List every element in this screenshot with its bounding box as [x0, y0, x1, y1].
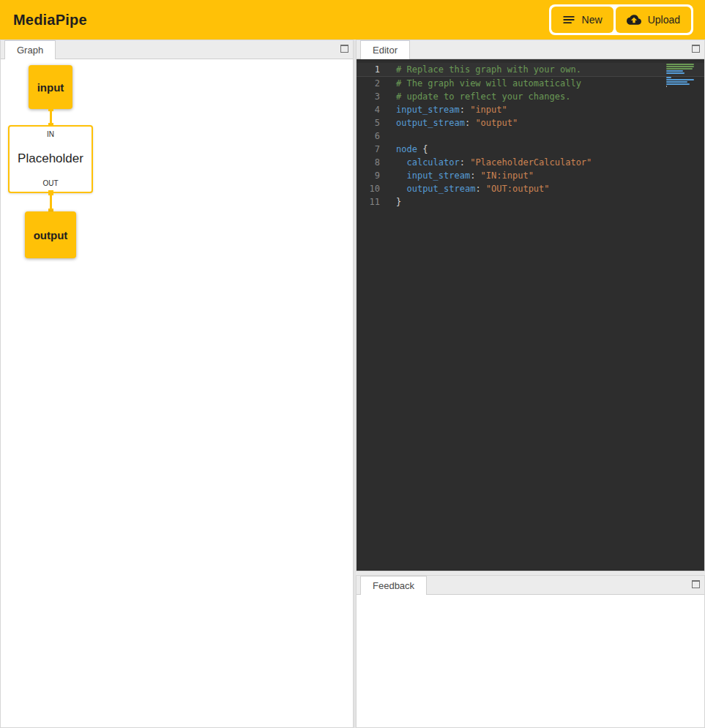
code-text: node { — [386, 143, 428, 156]
code-line[interactable]: 4input_stream: "input" — [357, 103, 704, 116]
main-area: Graph input IN Placeholder OUT — [0, 40, 705, 728]
feedback-maximize-icon[interactable] — [692, 580, 700, 588]
feedback-content — [357, 595, 704, 727]
graph-canvas[interactable]: input IN Placeholder OUT — [1, 59, 353, 727]
code-line[interactable]: 3# update to reflect your changes. — [357, 90, 704, 103]
code-text: output_stream: "OUT:output" — [386, 182, 550, 195]
edge-wire — [50, 111, 52, 123]
code-line[interactable]: 11} — [357, 195, 704, 209]
graph-node-output[interactable]: output — [25, 211, 76, 258]
line-number: 5 — [357, 116, 386, 130]
app-header: MediaPipe New Upload — [0, 0, 705, 40]
code-text — [386, 130, 396, 143]
graph-node-input-label: input — [37, 81, 64, 94]
line-number: 2 — [357, 77, 386, 90]
editor-code: 1# Replace this graph with your own.2# T… — [357, 63, 704, 209]
line-number: 9 — [357, 169, 386, 182]
line-number: 10 — [357, 182, 386, 195]
code-text: output_stream: "output" — [386, 116, 518, 130]
code-text: } — [386, 195, 401, 209]
graph-tabbar: Graph — [1, 40, 353, 59]
code-line[interactable]: 1# Replace this graph with your own. — [357, 63, 704, 77]
code-line[interactable]: 7node { — [357, 143, 704, 156]
graph-edge-placeholder-output — [48, 190, 53, 214]
line-number: 11 — [357, 195, 386, 209]
graph-maximize-icon[interactable] — [340, 45, 348, 53]
line-number: 7 — [357, 143, 386, 156]
header-actions: New Upload — [549, 4, 693, 35]
placeholder-out-port: OUT — [42, 179, 58, 187]
editor-maximize-icon[interactable] — [692, 45, 700, 53]
code-line[interactable]: 2# The graph view will automatically — [357, 77, 704, 90]
feedback-tabbar: Feedback — [357, 576, 704, 595]
upload-button-label: Upload — [648, 14, 680, 26]
code-line[interactable]: 8 calculator: "PlaceholderCalculator" — [357, 156, 704, 169]
graph-node-placeholder[interactable]: IN Placeholder OUT — [8, 125, 93, 193]
placeholder-in-port: IN — [47, 130, 54, 138]
code-text: # The graph view will automatically — [386, 77, 581, 90]
editor-tabbar: Editor — [357, 40, 704, 59]
graph-node-input[interactable]: input — [29, 65, 72, 109]
code-text: # update to reflect your changes. — [386, 90, 570, 103]
tab-graph[interactable]: Graph — [4, 40, 56, 59]
code-text: input_stream: "IN:input" — [386, 169, 534, 182]
right-column: Editor 1# Replace this graph with your o… — [356, 40, 705, 728]
menu-icon — [562, 13, 575, 26]
code-text: # Replace this graph with your own. — [386, 63, 581, 76]
tab-editor[interactable]: Editor — [360, 40, 410, 59]
code-line[interactable]: 9 input_stream: "IN:input" — [357, 169, 704, 182]
graph-panel: Graph input IN Placeholder OUT — [0, 40, 354, 728]
tab-feedback[interactable]: Feedback — [360, 576, 427, 595]
line-number: 1 — [357, 63, 386, 76]
edge-port-dot — [48, 106, 53, 111]
new-button[interactable]: New — [551, 7, 613, 33]
edge-port-dot — [48, 190, 53, 195]
graph-node-output-label: output — [34, 229, 68, 241]
code-line[interactable]: 5output_stream: "output" — [357, 116, 704, 130]
edge-wire — [50, 195, 52, 209]
code-line[interactable]: 10 output_stream: "OUT:output" — [357, 182, 704, 195]
line-number: 8 — [357, 156, 386, 169]
code-line[interactable]: 6 — [357, 130, 704, 143]
code-text: input_stream: "input" — [386, 103, 507, 116]
app-title: MediaPipe — [13, 12, 87, 29]
feedback-panel: Feedback — [356, 575, 705, 728]
line-number: 3 — [357, 90, 386, 103]
editor-panel: Editor 1# Replace this graph with your o… — [356, 40, 705, 571]
code-text: calculator: "PlaceholderCalculator" — [386, 156, 592, 169]
line-number: 4 — [357, 103, 386, 116]
upload-button[interactable]: Upload — [616, 7, 691, 33]
cloud-upload-icon — [627, 12, 641, 27]
graph-column: Graph input IN Placeholder OUT — [0, 40, 354, 728]
line-number: 6 — [357, 130, 386, 143]
placeholder-label: Placeholder — [18, 151, 83, 166]
editor-content[interactable]: 1# Replace this graph with your own.2# T… — [357, 59, 704, 571]
new-button-label: New — [582, 14, 603, 26]
editor-minimap[interactable] — [666, 64, 695, 88]
